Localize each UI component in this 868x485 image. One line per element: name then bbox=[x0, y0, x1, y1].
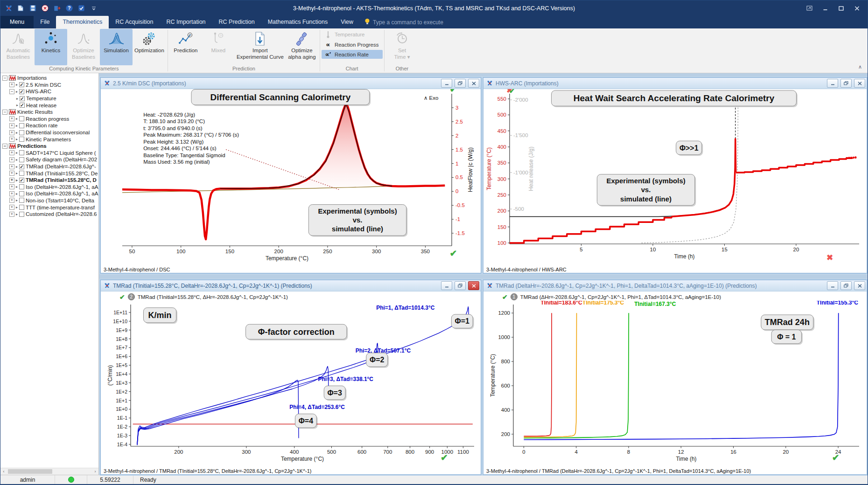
child-close-icon[interactable] bbox=[854, 281, 865, 290]
tree-item-tmrad-tinitial-155-28-c-de[interactable]: +▸TMRad (TInitial=155.28°C, De bbox=[0, 170, 98, 177]
maximize-icon[interactable] bbox=[834, 3, 848, 14]
tree-expander-icon[interactable]: + bbox=[9, 212, 14, 217]
tree-horizontal-scrollbar[interactable]: ‹ › bbox=[0, 468, 98, 475]
tab-rc-importation[interactable]: RC Importation bbox=[160, 16, 212, 28]
chart-canvas-3[interactable]: 04812162024Time (h)20040060080010001200T… bbox=[483, 301, 867, 466]
tree-expander-icon[interactable]: − bbox=[2, 110, 7, 115]
tree-checkbox[interactable] bbox=[19, 157, 24, 162]
annotation-box[interactable]: Φ>>1 bbox=[676, 141, 703, 156]
annotation-box[interactable]: Experimental (symbols)vs.simulated (line… bbox=[308, 205, 407, 237]
tree-expander-icon[interactable]: + bbox=[9, 116, 14, 121]
ribbon-button-optimization[interactable]: Optimization bbox=[133, 29, 166, 65]
annotation-box[interactable]: Experimental (symbols)vs.simulated (line… bbox=[597, 174, 696, 207]
tab-rc-acquisition[interactable]: RC Acquisition bbox=[109, 16, 160, 28]
tree-checkbox[interactable] bbox=[19, 205, 24, 210]
annotation-box[interactable]: K/min bbox=[143, 308, 177, 324]
tree-item-kinetic-parameters[interactable]: +▸Kinetic Parameters bbox=[0, 136, 98, 143]
child-window-titlebar[interactable]: 2.5 K/min DSC (Importations) bbox=[101, 78, 481, 89]
tree-checkbox[interactable] bbox=[19, 191, 24, 196]
tab-mathematics-functions[interactable]: Mathematics Functions bbox=[261, 16, 335, 28]
tree-item-2-5-k-min-dsc[interactable]: +▸✓2.5 K/min DSC bbox=[0, 82, 98, 89]
tree-item-safety-diagram-deltahr-202[interactable]: +▸Safety diagram (DeltaHr=-202 bbox=[0, 156, 98, 163]
annotation-box[interactable]: Φ=3 bbox=[324, 386, 346, 401]
annotation-box[interactable]: Φ=4 bbox=[295, 414, 317, 429]
tree-expander-icon[interactable]: − bbox=[2, 76, 7, 81]
tree-expander-icon[interactable]: + bbox=[9, 178, 14, 183]
child-window-titlebar[interactable]: HWS-ARC (Importations) bbox=[483, 78, 867, 89]
child-restore-icon[interactable] bbox=[840, 281, 852, 290]
tree-section-importations[interactable]: −Importations bbox=[0, 75, 98, 82]
tree-expander-icon[interactable]: + bbox=[9, 82, 14, 87]
child-restore-icon[interactable] bbox=[455, 281, 466, 290]
tab-view[interactable]: View bbox=[334, 16, 360, 28]
tree-expander-icon[interactable]: + bbox=[9, 184, 14, 189]
ribbon-button-reaction-rate[interactable]: ∝′Reaction Rate bbox=[322, 50, 383, 59]
tree-checkbox[interactable]: ✓ bbox=[20, 103, 25, 108]
open-file-icon[interactable] bbox=[16, 4, 25, 13]
tree-checkbox[interactable]: ✓ bbox=[19, 164, 24, 169]
tree-item-customized-deltahr-2028-6[interactable]: +▸Customized (DeltaHr=-2028.6 bbox=[0, 211, 98, 218]
scrollbar-thumb[interactable] bbox=[8, 469, 52, 474]
ribbon-button-reaction-progress[interactable]: ∝Reaction Progress bbox=[322, 40, 383, 49]
tree-item-tmrad-tinitial-155-28-c-d[interactable]: +▸✓TMRad (TInitial=155.28°C, D bbox=[0, 177, 98, 184]
tree-expander-icon[interactable]: − bbox=[9, 89, 14, 94]
tree-checkbox[interactable]: ✓ bbox=[19, 82, 24, 87]
child-minimize-icon[interactable] bbox=[441, 281, 452, 290]
help-icon[interactable]: ? bbox=[65, 4, 74, 13]
tree-expander-icon[interactable]: + bbox=[9, 164, 14, 169]
annotation-box[interactable]: Φ=2 bbox=[366, 353, 389, 368]
tree-checkbox[interactable] bbox=[19, 171, 24, 176]
tree-checkbox[interactable]: ✓ bbox=[19, 178, 24, 183]
tree-expander-icon[interactable]: + bbox=[9, 205, 14, 210]
child-close-icon[interactable] bbox=[468, 79, 479, 88]
tree-checkbox[interactable]: ✓ bbox=[19, 89, 24, 94]
tree-expander-icon[interactable]: + bbox=[9, 130, 14, 135]
tree-checkbox[interactable] bbox=[19, 137, 24, 142]
tree-expander-icon[interactable]: + bbox=[9, 171, 14, 176]
annotation-box[interactable]: Φ=1 bbox=[451, 314, 474, 329]
ribbon-button-kinetics[interactable]: Kinetics bbox=[35, 29, 67, 65]
tab-menu[interactable]: Menu bbox=[0, 16, 34, 28]
chart-canvas-0[interactable]: 50100150200250300350Temperature (°C)32.5… bbox=[101, 89, 481, 264]
annotation-box[interactable]: TMRad 24h bbox=[761, 315, 814, 331]
legend-check-icon[interactable]: ✔ bbox=[502, 293, 508, 301]
child-restore-icon[interactable] bbox=[455, 79, 466, 88]
tree-expander-icon[interactable]: + bbox=[9, 137, 14, 142]
qat-more-icon[interactable] bbox=[89, 4, 98, 13]
child-minimize-icon[interactable] bbox=[441, 79, 452, 88]
command-input-hint[interactable]: Type a command to execute bbox=[373, 19, 443, 26]
scroll-left-icon[interactable]: ‹ bbox=[0, 469, 7, 474]
tree-section-predictions[interactable]: −Predictions bbox=[0, 143, 98, 150]
annotation-box[interactable]: Differential Scanning Calorimetry bbox=[191, 90, 371, 106]
tree-expander-icon[interactable]: − bbox=[2, 144, 7, 149]
tree-expander-icon[interactable]: + bbox=[9, 123, 14, 128]
child-restore-icon[interactable] bbox=[840, 79, 852, 88]
legend-check-icon[interactable]: ✔ bbox=[119, 293, 125, 301]
tab-thermokinetics[interactable]: Thermokinetics bbox=[56, 16, 109, 28]
child-close-icon[interactable] bbox=[468, 281, 479, 290]
app-logo-icon[interactable] bbox=[4, 4, 13, 13]
tree-checkbox[interactable] bbox=[19, 212, 24, 217]
scroll-right-icon[interactable]: › bbox=[92, 469, 98, 474]
tree-item-non-iso-tstart-140-c-delta[interactable]: +▸Non-iso (Tstart=140°C, Delta bbox=[0, 197, 98, 204]
chart-canvas-1[interactable]: 5101520Time (h)1001502002503003504004505… bbox=[483, 89, 867, 264]
tree-expander-icon[interactable]: + bbox=[9, 157, 14, 162]
child-minimize-icon[interactable] bbox=[827, 281, 838, 290]
panel-expand-icon[interactable] bbox=[802, 3, 816, 14]
child-window-titlebar[interactable]: TMRad (TInitial=155.28°C, DeltaHr=-2028.… bbox=[101, 280, 481, 291]
tree-checkbox[interactable] bbox=[19, 198, 24, 203]
annotation-box[interactable]: Heat Wait Search Accelerating Rate Calor… bbox=[552, 90, 798, 107]
tree-expander-icon[interactable]: + bbox=[9, 191, 14, 196]
ribbon-button-import-experimental-curve[interactable]: ImportExperimental Curve bbox=[235, 29, 286, 65]
tree-checkbox[interactable] bbox=[19, 184, 24, 189]
ribbon-button-prediction[interactable]: ?Prediction bbox=[169, 29, 202, 65]
child-minimize-icon[interactable] bbox=[827, 79, 838, 88]
tree-item-hws-arc[interactable]: −▸✓HWS-ARC bbox=[0, 88, 98, 95]
tree-checkbox[interactable] bbox=[19, 123, 24, 128]
tree-checkbox[interactable] bbox=[19, 150, 24, 155]
tab-file[interactable]: File bbox=[34, 16, 56, 28]
ribbon-button-simulation[interactable]: Simulation bbox=[100, 29, 133, 65]
tree-section-kinetic-results[interactable]: −Kinetic Results bbox=[0, 109, 98, 116]
export-icon[interactable] bbox=[53, 4, 62, 13]
tree-item-temperature[interactable]: ▸✓Temperature bbox=[0, 95, 98, 102]
